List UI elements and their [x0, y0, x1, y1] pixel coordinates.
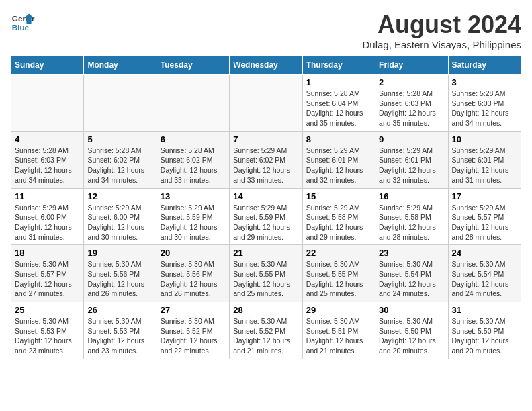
day-info: Sunrise: 5:30 AM Sunset: 5:50 PM Dayligh…	[379, 316, 444, 356]
day-info: Sunrise: 5:28 AM Sunset: 6:04 PM Dayligh…	[306, 89, 371, 128]
calendar-cell: 22Sunrise: 5:30 AM Sunset: 5:55 PM Dayli…	[302, 245, 375, 302]
col-friday: Friday	[375, 56, 448, 75]
calendar-cell: 11Sunrise: 5:29 AM Sunset: 6:00 PM Dayli…	[11, 188, 84, 245]
day-number: 13	[161, 191, 226, 201]
day-info: Sunrise: 5:28 AM Sunset: 6:02 PM Dayligh…	[161, 146, 226, 185]
day-info: Sunrise: 5:30 AM Sunset: 5:55 PM Dayligh…	[233, 259, 298, 299]
day-info: Sunrise: 5:30 AM Sunset: 5:54 PM Dayligh…	[452, 259, 517, 299]
calendar-cell: 12Sunrise: 5:29 AM Sunset: 6:00 PM Dayli…	[84, 188, 157, 245]
calendar-cell: 30Sunrise: 5:30 AM Sunset: 5:50 PM Dayli…	[375, 302, 448, 359]
page-title: August 2024	[362, 11, 521, 39]
day-number: 4	[15, 134, 80, 144]
svg-text:General: General	[12, 14, 35, 23]
calendar-cell	[11, 75, 84, 132]
header-row: Sunday Monday Tuesday Wednesday Thursday…	[11, 56, 521, 75]
calendar-cell: 13Sunrise: 5:29 AM Sunset: 5:59 PM Dayli…	[157, 188, 229, 245]
day-number: 8	[306, 134, 371, 144]
day-info: Sunrise: 5:30 AM Sunset: 5:54 PM Dayligh…	[379, 259, 444, 299]
day-info: Sunrise: 5:30 AM Sunset: 5:56 PM Dayligh…	[87, 259, 152, 299]
day-info: Sunrise: 5:29 AM Sunset: 5:59 PM Dayligh…	[161, 203, 226, 242]
calendar-table: Sunday Monday Tuesday Wednesday Thursday…	[11, 56, 521, 359]
calendar-week-1: 1Sunrise: 5:28 AM Sunset: 6:04 PM Daylig…	[11, 75, 521, 132]
day-info: Sunrise: 5:29 AM Sunset: 6:02 PM Dayligh…	[233, 146, 298, 185]
calendar-cell: 20Sunrise: 5:30 AM Sunset: 5:56 PM Dayli…	[157, 245, 229, 302]
day-number: 1	[306, 77, 371, 87]
calendar-cell: 25Sunrise: 5:30 AM Sunset: 5:53 PM Dayli…	[11, 302, 84, 359]
day-info: Sunrise: 5:30 AM Sunset: 5:53 PM Dayligh…	[15, 316, 80, 356]
day-number: 5	[87, 134, 152, 144]
page-header: General Blue August 2024 Dulag, Eastern …	[11, 11, 521, 50]
calendar-cell	[84, 75, 157, 132]
day-info: Sunrise: 5:30 AM Sunset: 5:57 PM Dayligh…	[15, 259, 80, 299]
day-info: Sunrise: 5:29 AM Sunset: 6:01 PM Dayligh…	[379, 146, 444, 185]
calendar-cell: 17Sunrise: 5:29 AM Sunset: 5:57 PM Dayli…	[448, 188, 521, 245]
calendar-cell: 27Sunrise: 5:30 AM Sunset: 5:52 PM Dayli…	[157, 302, 229, 359]
day-info: Sunrise: 5:30 AM Sunset: 5:52 PM Dayligh…	[233, 316, 298, 356]
logo: General Blue	[11, 11, 35, 35]
day-number: 18	[15, 248, 80, 258]
logo-icon: General Blue	[11, 11, 35, 35]
day-info: Sunrise: 5:30 AM Sunset: 5:55 PM Dayligh…	[306, 259, 371, 299]
calendar-cell: 16Sunrise: 5:29 AM Sunset: 5:58 PM Dayli…	[375, 188, 448, 245]
day-info: Sunrise: 5:30 AM Sunset: 5:56 PM Dayligh…	[161, 259, 226, 299]
day-info: Sunrise: 5:29 AM Sunset: 6:00 PM Dayligh…	[15, 203, 80, 242]
calendar-cell: 26Sunrise: 5:30 AM Sunset: 5:53 PM Dayli…	[84, 302, 157, 359]
day-info: Sunrise: 5:29 AM Sunset: 6:00 PM Dayligh…	[87, 203, 152, 242]
day-number: 27	[161, 305, 226, 315]
day-number: 9	[379, 134, 444, 144]
day-number: 22	[306, 248, 371, 258]
page-subtitle: Dulag, Eastern Visayas, Philippines	[362, 39, 521, 50]
day-number: 2	[379, 77, 444, 87]
calendar-cell: 14Sunrise: 5:29 AM Sunset: 5:59 PM Dayli…	[230, 188, 302, 245]
col-thursday: Thursday	[302, 56, 375, 75]
title-area: August 2024 Dulag, Eastern Visayas, Phil…	[362, 11, 521, 50]
day-number: 26	[87, 305, 152, 315]
day-number: 7	[233, 134, 298, 144]
day-number: 28	[233, 305, 298, 315]
calendar-cell: 21Sunrise: 5:30 AM Sunset: 5:55 PM Dayli…	[230, 245, 302, 302]
day-info: Sunrise: 5:29 AM Sunset: 5:58 PM Dayligh…	[306, 203, 371, 242]
day-info: Sunrise: 5:30 AM Sunset: 5:51 PM Dayligh…	[306, 316, 371, 356]
day-number: 12	[87, 191, 152, 201]
day-number: 15	[306, 191, 371, 201]
day-info: Sunrise: 5:30 AM Sunset: 5:52 PM Dayligh…	[161, 316, 226, 356]
calendar-cell: 24Sunrise: 5:30 AM Sunset: 5:54 PM Dayli…	[448, 245, 521, 302]
day-info: Sunrise: 5:28 AM Sunset: 6:03 PM Dayligh…	[452, 89, 517, 128]
calendar-cell	[157, 75, 229, 132]
calendar-cell: 10Sunrise: 5:29 AM Sunset: 6:01 PM Dayli…	[448, 131, 521, 188]
calendar-cell: 18Sunrise: 5:30 AM Sunset: 5:57 PM Dayli…	[11, 245, 84, 302]
day-number: 16	[379, 191, 444, 201]
day-info: Sunrise: 5:29 AM Sunset: 5:58 PM Dayligh…	[379, 203, 444, 242]
day-info: Sunrise: 5:28 AM Sunset: 6:02 PM Dayligh…	[87, 146, 152, 185]
day-number: 29	[306, 305, 371, 315]
day-info: Sunrise: 5:28 AM Sunset: 6:03 PM Dayligh…	[379, 89, 444, 128]
calendar-cell: 7Sunrise: 5:29 AM Sunset: 6:02 PM Daylig…	[230, 131, 302, 188]
day-info: Sunrise: 5:29 AM Sunset: 6:01 PM Dayligh…	[306, 146, 371, 185]
calendar-cell: 19Sunrise: 5:30 AM Sunset: 5:56 PM Dayli…	[84, 245, 157, 302]
day-number: 20	[161, 248, 226, 258]
day-info: Sunrise: 5:30 AM Sunset: 5:50 PM Dayligh…	[452, 316, 517, 356]
day-number: 21	[233, 248, 298, 258]
calendar-cell: 3Sunrise: 5:28 AM Sunset: 6:03 PM Daylig…	[448, 75, 521, 132]
calendar-cell: 8Sunrise: 5:29 AM Sunset: 6:01 PM Daylig…	[302, 131, 375, 188]
calendar-cell: 9Sunrise: 5:29 AM Sunset: 6:01 PM Daylig…	[375, 131, 448, 188]
calendar-cell: 5Sunrise: 5:28 AM Sunset: 6:02 PM Daylig…	[84, 131, 157, 188]
col-tuesday: Tuesday	[157, 56, 229, 75]
day-number: 6	[161, 134, 226, 144]
calendar-cell: 4Sunrise: 5:28 AM Sunset: 6:03 PM Daylig…	[11, 131, 84, 188]
calendar-cell: 29Sunrise: 5:30 AM Sunset: 5:51 PM Dayli…	[302, 302, 375, 359]
col-sunday: Sunday	[11, 56, 84, 75]
calendar-week-5: 25Sunrise: 5:30 AM Sunset: 5:53 PM Dayli…	[11, 302, 521, 359]
calendar-cell: 31Sunrise: 5:30 AM Sunset: 5:50 PM Dayli…	[448, 302, 521, 359]
calendar-cell: 6Sunrise: 5:28 AM Sunset: 6:02 PM Daylig…	[157, 131, 229, 188]
day-number: 24	[452, 248, 517, 258]
calendar-cell: 15Sunrise: 5:29 AM Sunset: 5:58 PM Dayli…	[302, 188, 375, 245]
calendar-week-2: 4Sunrise: 5:28 AM Sunset: 6:03 PM Daylig…	[11, 131, 521, 188]
day-info: Sunrise: 5:29 AM Sunset: 5:57 PM Dayligh…	[452, 203, 517, 242]
day-number: 31	[452, 305, 517, 315]
calendar-week-4: 18Sunrise: 5:30 AM Sunset: 5:57 PM Dayli…	[11, 245, 521, 302]
day-number: 30	[379, 305, 444, 315]
col-monday: Monday	[84, 56, 157, 75]
day-number: 14	[233, 191, 298, 201]
col-wednesday: Wednesday	[230, 56, 302, 75]
